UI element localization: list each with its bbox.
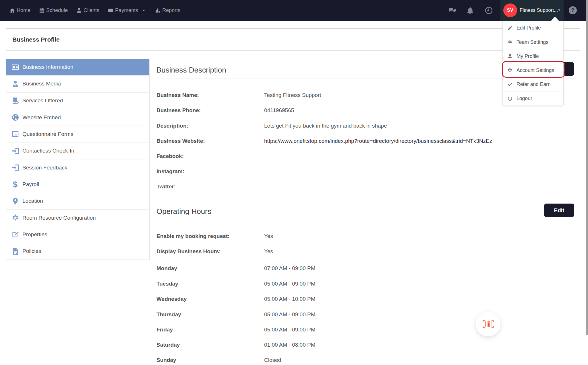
nav-item-schedule[interactable]: Schedule (39, 7, 68, 13)
field-friday: Friday 05:00 AM - 09:00 PM (150, 326, 580, 333)
user-icon (507, 53, 513, 59)
field-value: 05:00 AM - 09:00 PM (264, 311, 316, 318)
sidebar-item-website-embed[interactable]: Website Embed (6, 109, 149, 126)
home-icon (9, 8, 15, 13)
sidebar-item-questionnaire-forms[interactable]: Questionnaire Forms (6, 126, 149, 142)
sidebar-item-label: Questionnaire Forms (22, 131, 73, 137)
check-icon (507, 81, 513, 87)
field-value: Yes (264, 248, 273, 255)
sidebar-item-business-information[interactable]: Business Information (6, 59, 149, 75)
map-pin-icon (11, 197, 20, 205)
field-saturday: Saturday 01:00 AM - 08:00 PM (150, 341, 580, 349)
menu-item-team-settings[interactable]: Team Settings (503, 35, 563, 49)
field-label: Saturday (156, 341, 180, 349)
field-monday: Monday 07:00 AM - 09:00 PM (150, 265, 580, 272)
menu-item-label: Logout (517, 95, 532, 102)
menu-item-edit-profile[interactable]: Edit Profile (503, 21, 563, 35)
field-value: 01:00 AM - 08:00 PM (264, 341, 316, 349)
person-icon (11, 79, 20, 88)
power-icon (507, 95, 513, 102)
sidebar-item-business-media[interactable]: Business Media (6, 75, 149, 92)
help-button[interactable]: ? (569, 6, 577, 14)
sidebar-item-payroll[interactable]: $ Payroll (6, 176, 149, 192)
sidebar-item-label: Website Embed (22, 114, 61, 121)
chat-icon[interactable] (448, 0, 456, 21)
field-business-website: Business Website: https://www.onefitstop… (150, 137, 580, 145)
field-label: Display Business Hours: (156, 248, 221, 255)
menu-item-label: Refer and Earn (517, 81, 551, 87)
edit-document-icon (11, 230, 20, 239)
clock-icon[interactable] (485, 0, 493, 21)
globe-icon (11, 113, 20, 122)
field-label: Business Phone: (156, 107, 201, 114)
operating-hours-edit-button[interactable]: Edit (544, 204, 574, 217)
sign-in-icon (11, 147, 20, 155)
sidebar-item-policies[interactable]: Policies (6, 243, 149, 259)
field-value: 07:00 AM - 09:00 PM (264, 265, 316, 272)
sidebar-item-room-resource-configuration[interactable]: Room Resource Configuration (6, 209, 149, 226)
dollar-icon: $ (11, 180, 20, 189)
id-card-icon (11, 63, 20, 71)
annotation-highlight-box (502, 61, 565, 78)
sign-in-icon (11, 163, 20, 172)
navbar-left: Home Schedule Clients Payments Reports (9, 0, 180, 21)
menu-item-refer-and-earn[interactable]: Refer and Earn (503, 77, 563, 91)
sidebar-item-session-feedback[interactable]: Session Feedback (6, 159, 149, 176)
gear-icon (11, 214, 20, 222)
sidebar-item-location[interactable]: Location (6, 193, 149, 209)
nav-item-payments[interactable]: Payments (108, 7, 146, 13)
field-description: Description: Lets get Fit you back in th… (150, 122, 580, 130)
bar-chart-icon (155, 8, 160, 13)
nav-item-label: Schedule (46, 7, 68, 13)
file-icon (11, 247, 20, 255)
field-label: Instagram: (156, 168, 184, 175)
caret-down-icon (557, 8, 561, 12)
field-label: Friday (156, 326, 173, 333)
field-value: Lets get Fit you back in the gym and bac… (264, 122, 387, 130)
menu-item-logout[interactable]: Logout (503, 91, 563, 105)
chevron-down-icon (141, 8, 146, 13)
user-icon (76, 8, 82, 13)
barcode-scan-fab[interactable] (476, 312, 500, 336)
sidebar-item-label: Services Offered (22, 97, 63, 104)
field-label: Wednesday (156, 295, 187, 303)
sidebar-item-label: Payroll (22, 181, 39, 188)
page-title-box: Business Profile (6, 28, 580, 51)
sidebar-item-label: Room Resource Configuration (22, 215, 96, 221)
operating-hours-title: Operating Hours (156, 207, 211, 216)
scrollbar-thumb[interactable] (586, 0, 588, 335)
field-value: 0411969565 (264, 107, 294, 114)
field-value: Testing Fitness Support (264, 91, 321, 99)
nav-item-clients[interactable]: Clients (76, 7, 99, 13)
sidebar-item-services-offered[interactable]: Services Offered (6, 92, 149, 109)
sidebar-item-label: Contactless Check-In (22, 148, 74, 154)
book-chat-icon (11, 96, 20, 105)
nav-item-label: Reports (162, 7, 180, 13)
form-icon (11, 130, 20, 138)
field-label: Twitter: (156, 183, 176, 190)
pencil-icon (507, 25, 513, 31)
divider (156, 221, 577, 221)
field-label: Description: (156, 122, 188, 130)
content-top-divider (6, 59, 580, 59)
field-value: 05:00 AM - 10:00 PM (264, 295, 316, 303)
nav-item-home[interactable]: Home (9, 7, 30, 13)
dropdown-caret (551, 17, 559, 21)
barcode-icon (482, 319, 494, 329)
page-title: Business Profile (12, 36, 60, 43)
sidebar-item-properties[interactable]: Properties (6, 226, 149, 243)
field-enable-booking: Enable my booking request: Yes (150, 233, 580, 240)
avatar[interactable]: SV (503, 3, 517, 17)
sidebar-item-contactless-check-in[interactable]: Contactless Check-In (6, 143, 149, 159)
bell-icon[interactable] (466, 0, 474, 21)
field-wednesday: Wednesday 05:00 AM - 10:00 PM (150, 295, 580, 303)
sidebar-item-label: Business Information (22, 64, 73, 70)
nav-item-label: Payments (115, 7, 138, 13)
users-icon (507, 39, 513, 45)
nav-item-reports[interactable]: Reports (155, 7, 180, 13)
menu-item-label: Edit Profile (517, 25, 541, 31)
field-twitter: Twitter: (150, 183, 580, 190)
field-value-url[interactable]: https://www.onefitstop.com/index.php?rou… (264, 137, 492, 145)
credit-card-icon (108, 8, 113, 13)
field-thursday: Thursday 05:00 AM - 09:00 PM (150, 311, 580, 318)
